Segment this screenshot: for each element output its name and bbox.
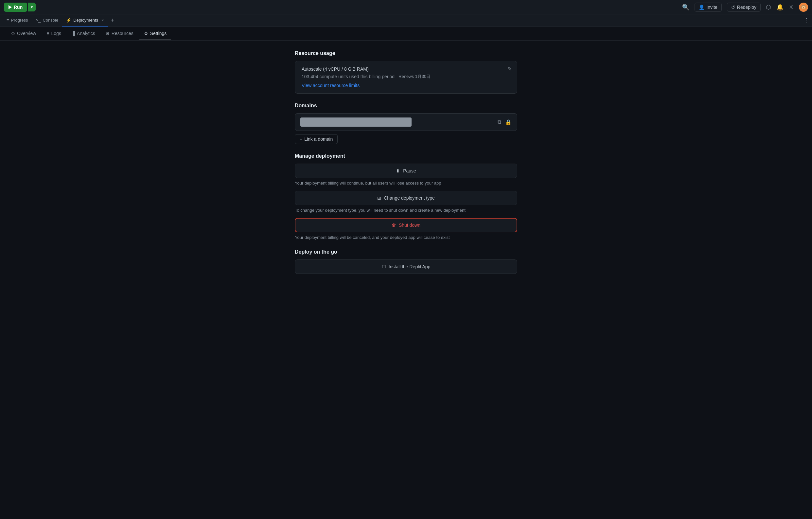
shutdown-note: Your deployment billing will be canceled… [295, 235, 517, 240]
overview-label: Overview [17, 31, 36, 36]
domains-title: Domains [295, 103, 517, 109]
install-icon: ☐ [382, 264, 386, 269]
domains-section: Domains ⧉ 🔒 + Link a domain [295, 103, 517, 144]
invite-icon: 👤 [699, 5, 704, 10]
avatar[interactable]: 🐵 [799, 3, 808, 12]
header: Run ▾ 🔍 👤 Invite ↺ Redeploy ⬡ 🔔 ✳ 🐵 [0, 0, 812, 15]
console-tab-label: Console [42, 18, 58, 23]
redeploy-label: Redeploy [737, 5, 756, 10]
plus-icon: + [300, 137, 302, 142]
edit-resource-button[interactable]: ✎ [508, 66, 512, 72]
resource-spec: Autoscale (4 vCPU / 8 GiB RAM) [302, 66, 510, 72]
shutdown-icon: 🗑 [392, 223, 396, 228]
deployments-tab-icon: ⚡ [66, 18, 71, 23]
tab-close-button[interactable]: × [101, 18, 104, 23]
tab-deployments[interactable]: ⚡ Deployments × [62, 15, 108, 27]
domain-input[interactable] [300, 117, 411, 127]
invite-button[interactable]: 👤 Invite [695, 3, 721, 12]
progress-tab-icon: ≡ [6, 18, 9, 23]
external-link-button[interactable]: ⬡ [766, 4, 771, 11]
tab-add-button[interactable]: + [108, 17, 117, 24]
logs-label: Logs [51, 31, 61, 36]
change-type-icon: ⊞ [377, 195, 381, 201]
tab-console[interactable]: >_ Console [32, 15, 62, 27]
manage-deployment-section: Manage deployment ⏸ Pause Your deploymen… [295, 153, 517, 240]
resource-usage-text: 103,404 compute units used this billing … [302, 74, 395, 79]
pause-label: Pause [403, 168, 416, 173]
lock-domain-button[interactable]: 🔒 [505, 119, 512, 125]
deploy-on-go-title: Deploy on the go [295, 249, 517, 255]
subnav-overview[interactable]: ⊙ Overview [6, 27, 40, 40]
overview-icon: ⊙ [11, 31, 15, 36]
pause-icon: ⏸ [396, 168, 401, 173]
resource-usage-line: 103,404 compute units used this billing … [302, 74, 510, 80]
run-label: Run [14, 5, 23, 10]
invite-label: Invite [706, 5, 717, 10]
redeploy-button[interactable]: ↺ Redeploy [727, 3, 761, 12]
console-tab-icon: >_ [36, 18, 41, 23]
resource-card: ✎ Autoscale (4 vCPU / 8 GiB RAM) 103,404… [295, 61, 517, 94]
main-content: Resource usage ✎ Autoscale (4 vCPU / 8 G… [282, 40, 530, 519]
play-icon [8, 5, 12, 9]
sub-nav: ⊙ Overview ≡ Logs ▐ Analytics ⊕ Resource… [0, 27, 812, 40]
view-limits-link[interactable]: View account resource limits [302, 83, 359, 88]
header-right: 🔍 👤 Invite ↺ Redeploy ⬡ 🔔 ✳ 🐵 [682, 3, 808, 12]
tab-progress[interactable]: ≡ Progress [3, 15, 32, 27]
change-type-note: To change your deployment type, you will… [295, 208, 517, 213]
shutdown-label: Shut down [399, 223, 420, 228]
domain-icons: ⧉ 🔒 [498, 119, 512, 125]
copy-domain-button[interactable]: ⧉ [498, 119, 501, 125]
subnav-settings[interactable]: ⚙ Settings [139, 27, 171, 40]
link-domain-label: Link a domain [304, 137, 333, 142]
analytics-icon: ▐ [71, 31, 75, 36]
header-left: Run ▾ [4, 3, 36, 12]
deploy-on-go-section: Deploy on the go ☐ Install the Replit Ap… [295, 249, 517, 274]
resources-label: Resources [112, 31, 134, 36]
logs-icon: ≡ [47, 31, 49, 36]
search-button[interactable]: 🔍 [682, 4, 689, 11]
progress-tab-label: Progress [11, 18, 28, 23]
resource-usage-section: Resource usage ✎ Autoscale (4 vCPU / 8 G… [295, 50, 517, 94]
shutdown-button[interactable]: 🗑 Shut down [295, 218, 517, 232]
analytics-label: Analytics [77, 31, 95, 36]
change-deployment-type-button[interactable]: ⊞ Change deployment type [295, 191, 517, 205]
resources-icon: ⊕ [106, 31, 110, 36]
redeploy-icon: ↺ [731, 5, 735, 10]
subnav-logs[interactable]: ≡ Logs [42, 27, 66, 40]
tab-more-button[interactable]: ⋮ [804, 17, 809, 24]
subnav-analytics[interactable]: ▐ Analytics [67, 27, 100, 40]
notifications-button[interactable]: 🔔 [776, 4, 784, 11]
manage-deployment-title: Manage deployment [295, 153, 517, 159]
domains-card: ⧉ 🔒 [295, 113, 517, 131]
change-type-label: Change deployment type [384, 195, 435, 201]
run-caret-button[interactable]: ▾ [28, 3, 36, 11]
subnav-resources[interactable]: ⊕ Resources [101, 27, 138, 40]
run-button[interactable]: Run [4, 3, 27, 12]
tab-bar: ≡ Progress >_ Console ⚡ Deployments × + … [0, 15, 812, 27]
renews-text: Renews 1月30日 [399, 74, 431, 80]
ai-button[interactable]: ✳ [789, 4, 794, 11]
install-label: Install the Replit App [389, 264, 431, 269]
settings-icon: ⚙ [144, 31, 148, 36]
deployments-tab-label: Deployments [73, 18, 98, 23]
resource-usage-title: Resource usage [295, 50, 517, 56]
link-domain-button[interactable]: + Link a domain [295, 134, 338, 144]
pause-note: Your deployment billing will continue, b… [295, 181, 517, 185]
settings-label: Settings [150, 31, 167, 36]
install-replit-app-button[interactable]: ☐ Install the Replit App [295, 260, 517, 274]
pause-button[interactable]: ⏸ Pause [295, 164, 517, 178]
